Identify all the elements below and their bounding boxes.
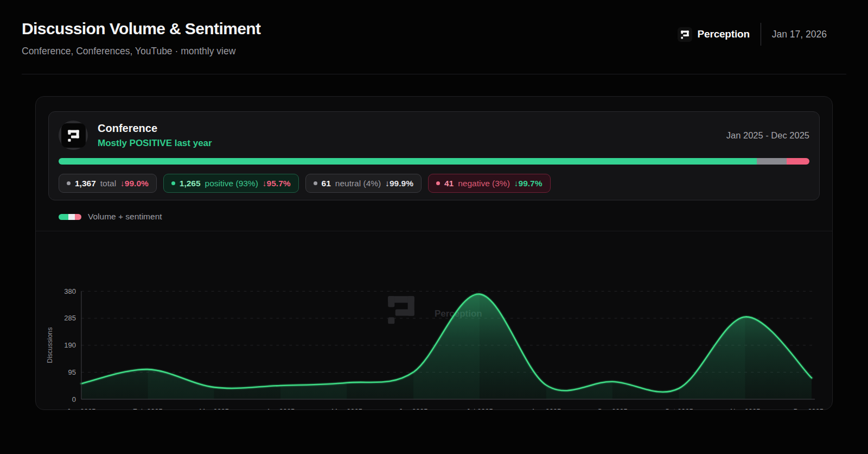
neutral-dot-icon — [314, 181, 317, 185]
header-divider — [761, 23, 761, 46]
avatar — [59, 121, 88, 150]
progress-positive-segment — [59, 158, 757, 165]
topic-name: Conference — [98, 122, 212, 135]
header-date: Jan 17, 2026 — [772, 29, 827, 40]
chart-canvas: Perception 095190285380Jan 2025Feb 2025M… — [36, 231, 832, 409]
header-rule — [22, 74, 846, 74]
x-tick-label: Nov 2025 — [730, 407, 761, 409]
negative-delta: ↓99.7% — [514, 179, 542, 188]
x-tick-label: May 2025 — [331, 407, 362, 409]
volume-sentiment-chart: Perception 095190285380Jan 2025Feb 2025M… — [36, 231, 832, 409]
total-delta: ↓99.0% — [120, 179, 149, 188]
legend-swatch-icon — [59, 214, 81, 220]
brand: Perception — [678, 27, 750, 42]
badge-negative[interactable]: 41 negative (3%) ↓99.7% — [428, 174, 551, 193]
total-dot-icon — [67, 181, 71, 185]
positive-delta: ↓95.7% — [263, 179, 291, 188]
perception-avatar-icon — [61, 123, 86, 148]
y-tick-label: 0 — [72, 395, 76, 403]
legend-label: Volume + sentiment — [88, 212, 162, 222]
month-band — [546, 231, 612, 399]
date-range: Jan 2025 - Dec 2025 — [726, 130, 809, 141]
neutral-value: 61 — [322, 179, 331, 188]
positive-label: positive (93%) — [205, 179, 258, 188]
x-tick-label: Sep 2025 — [597, 407, 628, 409]
negative-value: 41 — [444, 179, 454, 188]
badge-neutral[interactable]: 61 neutral (4%) ↓99.9% — [305, 174, 422, 193]
x-tick-label: Oct 2025 — [665, 407, 693, 409]
progress-neutral-segment — [757, 158, 787, 165]
month-band — [214, 231, 280, 399]
neutral-delta: ↓99.9% — [385, 179, 413, 188]
sentiment-progress-bar — [59, 158, 809, 165]
x-tick-label: Jun 2025 — [399, 407, 427, 409]
month-band — [280, 231, 347, 399]
page-header: Discussion Volume & Sentiment Conference… — [22, 20, 846, 57]
perception-logo-icon — [678, 27, 692, 42]
x-tick-label: Mar 2025 — [199, 407, 229, 409]
month-band — [612, 231, 679, 399]
total-label: total — [100, 179, 116, 188]
page-subtitle: Conference, Conferences, YouTube · month… — [22, 46, 846, 57]
negative-label: negative (3%) — [458, 179, 510, 188]
progress-negative-segment — [787, 158, 809, 165]
y-tick-label: 95 — [68, 368, 75, 376]
report-card: Conference Mostly POSITIVE last year Jan… — [35, 96, 833, 410]
x-tick-label: Aug 2025 — [531, 407, 561, 409]
badge-positive[interactable]: 1,265 positive (93%) ↓95.7% — [163, 174, 299, 193]
x-tick-label: Jul 2025 — [467, 407, 493, 409]
x-tick-label: Dec 2025 — [794, 407, 824, 409]
x-tick-label: Feb 2025 — [133, 407, 163, 409]
x-tick-label: Jan 2025 — [67, 407, 95, 409]
neutral-label: neutral (4%) — [335, 179, 381, 188]
sentiment-summary: Mostly POSITIVE last year — [98, 138, 212, 149]
badge-total[interactable]: 1,367 total ↓99.0% — [59, 174, 157, 193]
brand-name: Perception — [698, 28, 750, 40]
chart-legend[interactable]: Volume + sentiment — [59, 212, 162, 222]
summary-head: Conference Mostly POSITIVE last year Jan… — [59, 121, 809, 150]
negative-dot-icon — [436, 181, 440, 185]
total-value: 1,367 — [75, 179, 96, 188]
positive-dot-icon — [171, 181, 175, 185]
header-right: Perception Jan 17, 2026 — [678, 23, 827, 46]
stat-badges: 1,367 total ↓99.0% 1,265 positive (93%) … — [59, 174, 809, 193]
x-tick-label: Apr 2025 — [266, 407, 295, 409]
y-tick-label: 190 — [64, 341, 76, 349]
summary-titles: Conference Mostly POSITIVE last year — [98, 122, 212, 149]
y-axis-title: Discussions — [46, 327, 54, 363]
summary-card: Conference Mostly POSITIVE last year Jan… — [48, 111, 820, 200]
y-tick-label: 285 — [64, 314, 76, 323]
positive-value: 1,265 — [180, 179, 201, 188]
y-tick-label: 380 — [64, 287, 76, 295]
